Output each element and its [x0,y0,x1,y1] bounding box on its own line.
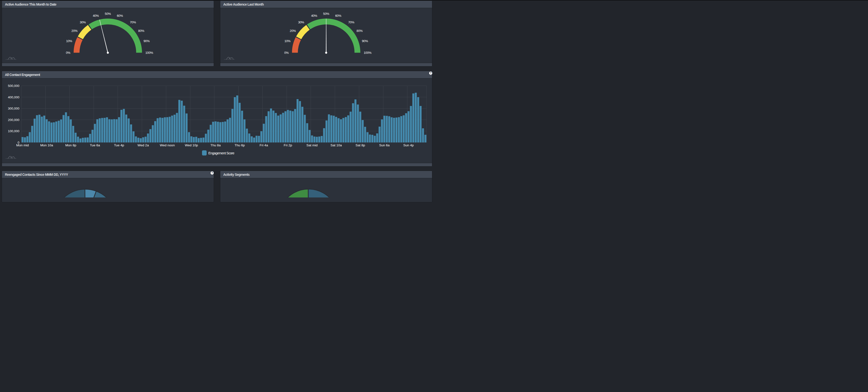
svg-text:80%: 80% [356,29,363,33]
svg-text:20%: 20% [290,29,296,33]
svg-text:500,000: 500,000 [8,84,20,88]
svg-text:60%: 60% [335,14,341,18]
svg-text:400,000: 400,000 [8,95,20,99]
svg-text:60%: 60% [117,14,123,18]
svg-text:80%: 80% [138,29,145,33]
svg-text:Sat 10a: Sat 10a [331,143,342,147]
svg-text:20%: 20% [71,29,78,33]
svg-text:Mon 8p: Mon 8p [65,143,76,147]
svg-text:30%: 30% [298,21,304,24]
svg-text:Sun 4p: Sun 4p [403,143,414,147]
svg-text:Mon mid: Mon mid [16,143,29,147]
svg-text:300,000: 300,000 [8,107,20,110]
svg-text:Sun 6a: Sun 6a [379,143,390,147]
svg-text:Wed 2a: Wed 2a [137,143,149,147]
svg-text:100%: 100% [146,51,153,55]
svg-text:70%: 70% [130,21,136,24]
svg-text:Thu 8a: Thu 8a [210,143,221,147]
svg-text:70%: 70% [348,21,354,24]
svg-text:Thu 6p: Thu 6p [235,143,245,147]
svg-text:90%: 90% [362,39,368,43]
svg-text:50%: 50% [105,12,111,15]
svg-text:Wed noon: Wed noon [160,143,175,147]
svg-text:100%: 100% [364,51,372,55]
svg-text:Wed 10p: Wed 10p [185,143,198,147]
svg-text:Mon 10a: Mon 10a [40,143,53,147]
svg-text:50%: 50% [323,12,330,15]
svg-text:0%: 0% [66,51,71,55]
svg-text:Sat 8p: Sat 8p [355,143,365,147]
svg-text:Fri 2p: Fri 2p [284,143,292,147]
svg-text:Tue 4p: Tue 4p [114,143,124,147]
svg-text:Tue 6a: Tue 6a [90,143,100,147]
svg-text:Engagement Score: Engagement Score [208,151,235,155]
svg-text:Fri 4a: Fri 4a [259,143,268,147]
svg-text:30%: 30% [80,21,86,24]
svg-text:40%: 40% [93,14,99,18]
svg-text:90%: 90% [144,39,150,43]
svg-text:200,000: 200,000 [8,118,20,122]
svg-text:10%: 10% [66,39,72,43]
svg-text:40%: 40% [311,14,317,18]
svg-text:100,000: 100,000 [8,129,20,133]
svg-text:10%: 10% [284,39,291,43]
svg-text:0%: 0% [284,51,289,55]
svg-text:Sat mid: Sat mid [307,143,318,147]
